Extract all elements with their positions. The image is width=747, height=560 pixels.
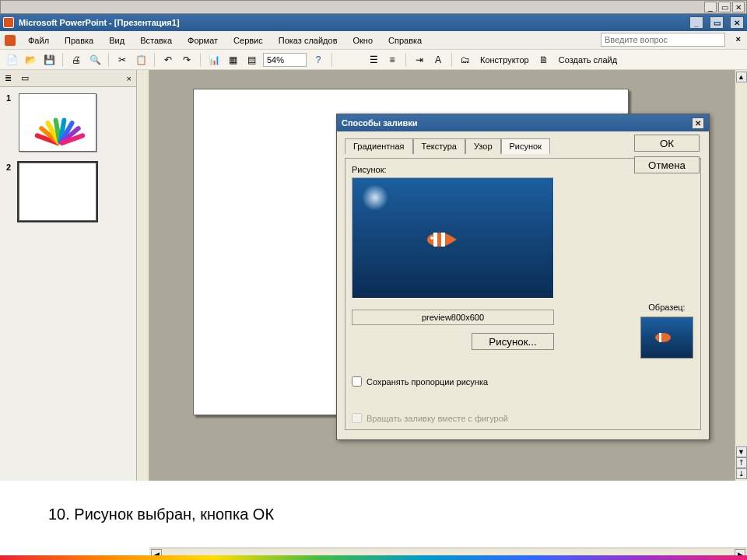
- save-icon[interactable]: 💾: [42, 53, 56, 67]
- help-icon[interactable]: ?: [311, 53, 325, 67]
- dialog-titlebar: Способы заливки ✕: [337, 114, 709, 131]
- zoom-combo[interactable]: 54%: [263, 53, 307, 67]
- standard-toolbar: 📄 📂 💾 🖨 🔍 ✂ 📋 ↶ ↷ 📊 ▦ ▤ 54% ? ☰ ≡ ⇥ A 🗂 …: [0, 50, 747, 70]
- desktop-system-bar: _ ▭ ✕: [0, 0, 747, 14]
- vertical-scrollbar[interactable]: ▲ ▼ ⤒ ⤓: [735, 70, 747, 481]
- lock-aspect-input[interactable]: [352, 376, 362, 387]
- increase-indent-icon[interactable]: ⇥: [412, 53, 426, 67]
- control-menu-icon[interactable]: [5, 35, 16, 46]
- tab-pattern[interactable]: Узор: [465, 138, 501, 154]
- window-minimize-button[interactable]: _: [689, 16, 703, 29]
- menu-tools[interactable]: Сервис: [227, 33, 269, 47]
- outline-close-button[interactable]: ×: [127, 74, 132, 83]
- tab-outline[interactable]: ≣: [5, 73, 12, 83]
- bullets-icon[interactable]: ☰: [366, 53, 381, 67]
- window-maximize-button[interactable]: ▭: [710, 16, 724, 29]
- new-slide-icon[interactable]: 🗎: [537, 53, 551, 67]
- prev-slide-icon[interactable]: ⤒: [736, 457, 747, 468]
- rotate-fill-input: [352, 413, 362, 423]
- window-close-button[interactable]: ✕: [730, 16, 744, 29]
- preview-icon[interactable]: 🔍: [88, 53, 102, 67]
- open-icon[interactable]: 📂: [23, 53, 37, 67]
- menu-edit[interactable]: Правка: [58, 33, 100, 47]
- undo-icon[interactable]: ↶: [161, 53, 175, 67]
- new-doc-icon[interactable]: 📄: [5, 53, 19, 67]
- thumb-number: 2: [6, 163, 14, 221]
- menu-view[interactable]: Вид: [103, 33, 131, 47]
- tab-gradient[interactable]: Градиентная: [345, 138, 413, 154]
- sample-label: Образец:: [648, 303, 685, 312]
- slide-caption: 10. Рисунок выбран, кнопка ОК: [48, 506, 274, 523]
- cut-icon[interactable]: ✂: [115, 53, 129, 67]
- new-slide-button[interactable]: Создать слайд: [556, 55, 620, 65]
- outline-panel: ≣ ▭ × 1: [0, 70, 137, 481]
- scroll-down-icon[interactable]: ▼: [736, 446, 747, 457]
- font-size-up-icon[interactable]: A: [431, 53, 445, 67]
- numbering-icon[interactable]: ≡: [385, 53, 399, 67]
- menu-window[interactable]: Окно: [347, 33, 380, 47]
- sample-swatch: [640, 317, 693, 359]
- sys-close-button[interactable]: ✕: [732, 2, 745, 12]
- menu-slideshow[interactable]: Показ слайдов: [272, 33, 344, 47]
- menu-bar: Файл Правка Вид Вставка Формат Сервис По…: [0, 31, 747, 50]
- sys-minimize-button[interactable]: _: [704, 2, 717, 12]
- tables-grid-icon[interactable]: ▤: [244, 53, 258, 67]
- fill-effects-dialog: Способы заливки ✕ Градиентная Текстура У…: [336, 114, 710, 440]
- doc-close-button[interactable]: ×: [736, 34, 741, 44]
- chart-icon[interactable]: 📊: [207, 53, 221, 67]
- outline-tabs: ≣ ▭ ×: [0, 70, 136, 87]
- next-slide-icon[interactable]: ⤓: [736, 468, 747, 479]
- thumb-row-2: 2: [6, 163, 130, 221]
- tab-texture[interactable]: Текстура: [413, 138, 465, 154]
- ruler-gutter: [137, 70, 149, 481]
- design-icon[interactable]: 🗂: [458, 53, 472, 67]
- slide-thumbnail-2[interactable]: [19, 163, 96, 221]
- light-ray-decor: [362, 184, 388, 211]
- ask-question-input[interactable]: [601, 33, 725, 47]
- lock-aspect-checkbox[interactable]: Сохранять пропорции рисунка: [352, 376, 694, 387]
- design-button[interactable]: Конструктор: [477, 55, 532, 65]
- menu-file[interactable]: Файл: [22, 33, 55, 47]
- menu-format[interactable]: Формат: [181, 33, 224, 47]
- cancel-button[interactable]: Отмена: [634, 156, 700, 173]
- dialog-title: Способы заливки: [342, 118, 417, 128]
- picture-filename: preview800x600: [352, 310, 554, 325]
- rotate-fill-label: Вращать заливку вместе с фигурой: [366, 414, 508, 423]
- dialog-side-column: ОК Отмена Образец:: [631, 135, 703, 359]
- slides-thumbnails: 1 2: [0, 87, 136, 481]
- app-titlebar: Microsoft PowerPoint - [Презентация1] _ …: [0, 14, 747, 31]
- app-icon: [3, 17, 14, 28]
- redo-icon[interactable]: ↷: [180, 53, 194, 67]
- paste-icon[interactable]: 📋: [134, 53, 148, 67]
- rainbow-footer: [0, 555, 747, 560]
- menu-insert[interactable]: Вставка: [134, 33, 178, 47]
- dialog-close-button[interactable]: ✕: [692, 117, 704, 129]
- thumb-row-1: 1: [6, 93, 130, 152]
- menu-help[interactable]: Справка: [382, 33, 428, 47]
- ok-button[interactable]: ОК: [634, 135, 700, 152]
- fish-graphic: [423, 229, 458, 250]
- rotate-fill-checkbox: Вращать заливку вместе с фигурой: [352, 413, 694, 423]
- tab-picture[interactable]: Рисунок: [501, 138, 551, 154]
- scroll-up-icon[interactable]: ▲: [736, 72, 747, 82]
- select-picture-button[interactable]: Рисунок...: [472, 333, 554, 350]
- tab-slides[interactable]: ▭: [21, 73, 29, 83]
- lock-aspect-label: Сохранять пропорции рисунка: [366, 377, 488, 387]
- picture-preview: [352, 177, 554, 299]
- table-icon[interactable]: ▦: [226, 53, 240, 67]
- slide-thumbnail-1[interactable]: [19, 93, 96, 152]
- thumb-number: 1: [6, 93, 14, 152]
- app-title: Microsoft PowerPoint - [Презентация1]: [19, 18, 180, 27]
- sys-restore-button[interactable]: ▭: [718, 2, 731, 12]
- print-icon[interactable]: 🖨: [69, 53, 83, 67]
